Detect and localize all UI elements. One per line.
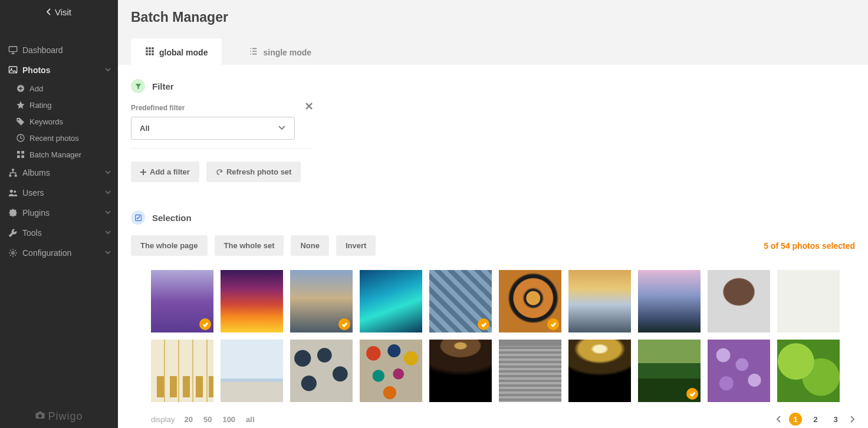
sidebar-menu: DashboardPhotosAddRatingKeywordsRecent p… — [0, 24, 118, 404]
svg-rect-10 — [12, 169, 14, 170]
svg-rect-16 — [146, 47, 147, 49]
sidebar-item-users[interactable]: Users — [0, 183, 118, 203]
sidebar-subitem-recent-photos[interactable]: Recent photos — [8, 130, 118, 146]
thumbnail[interactable] — [429, 340, 492, 402]
chevron-down-icon — [105, 229, 111, 237]
svg-rect-18 — [152, 47, 153, 49]
clock-icon — [15, 133, 26, 143]
thumbnail[interactable] — [638, 270, 701, 332]
visit-link[interactable]: Visit — [0, 0, 118, 24]
filter-icon — [131, 79, 145, 93]
thumbnail[interactable] — [360, 270, 422, 332]
thumbnail[interactable] — [568, 270, 631, 332]
thumbnail[interactable] — [290, 270, 353, 332]
thumbnail[interactable] — [360, 340, 422, 402]
page-3[interactable]: 3 — [829, 413, 842, 426]
svg-point-13 — [10, 190, 13, 193]
sidebar-item-photos[interactable]: Photos — [0, 60, 118, 80]
sidebar: Visit DashboardPhotosAddRatingKeywordsRe… — [0, 0, 118, 428]
page-next[interactable] — [849, 416, 855, 423]
thumbnail[interactable] — [777, 340, 840, 402]
brand-name: Piwigo — [48, 410, 83, 423]
close-icon — [305, 103, 313, 110]
thumbnail[interactable] — [708, 340, 770, 402]
sidebar-item-plugins[interactable]: Plugins — [0, 203, 118, 223]
plus-icon — [140, 169, 146, 175]
select-invert-button[interactable]: Invert — [336, 235, 376, 256]
thumbnail[interactable] — [429, 270, 492, 332]
display-option-100[interactable]: 100 — [222, 415, 235, 424]
sidebar-item-configuration[interactable]: Configuration — [0, 243, 118, 263]
svg-point-4 — [18, 119, 19, 120]
tab-bar: global modesingle mode — [118, 38, 868, 65]
display-option-20[interactable]: 20 — [184, 415, 192, 424]
page-2[interactable]: 2 — [809, 413, 822, 426]
selected-check-icon — [478, 318, 489, 330]
puzzle-icon — [7, 208, 19, 218]
thumbnail[interactable] — [221, 270, 283, 332]
select-the-whole-page-button[interactable]: The whole page — [131, 235, 208, 256]
page-1[interactable]: 1 — [789, 413, 802, 426]
pagination: 123 — [776, 413, 855, 426]
thumbnail-grid — [131, 270, 855, 402]
list-icon — [249, 47, 258, 58]
gear-icon — [7, 248, 19, 258]
display-option-all[interactable]: all — [246, 415, 254, 424]
page-title: Batch Manager — [118, 0, 868, 38]
chevron-down-icon — [105, 209, 111, 217]
star-icon — [15, 100, 26, 110]
chevron-down-icon — [105, 169, 111, 177]
thumbnail[interactable] — [499, 340, 561, 402]
thumbnail[interactable] — [221, 340, 283, 402]
list-footer: display 2050100all 123 — [131, 413, 855, 426]
selection-title: Selection — [152, 213, 192, 223]
svg-rect-0 — [9, 47, 17, 52]
svg-rect-20 — [149, 50, 150, 52]
visit-label: Visit — [55, 7, 71, 17]
sidebar-subitem-rating[interactable]: Rating — [8, 97, 118, 113]
image-icon — [7, 65, 19, 75]
sidebar-subitem-batch-manager[interactable]: Batch Manager — [8, 146, 118, 163]
svg-rect-24 — [152, 53, 153, 55]
thumbnail[interactable] — [151, 340, 213, 402]
thumbnail[interactable] — [777, 270, 840, 332]
sidebar-subitem-add[interactable]: Add — [8, 80, 118, 97]
chevron-down-icon — [105, 66, 111, 74]
chevron-down-icon — [105, 249, 111, 257]
sidebar-item-tools[interactable]: Tools — [0, 223, 118, 243]
select-the-whole-set-button[interactable]: The whole set — [215, 235, 284, 256]
sidebar-item-albums[interactable]: Albums — [0, 163, 118, 183]
thumbnail[interactable] — [290, 340, 353, 402]
thumbnail[interactable] — [151, 270, 213, 332]
thumbnail[interactable] — [708, 270, 770, 332]
predefined-filter-select[interactable]: All — [131, 117, 295, 140]
selected-check-icon — [199, 318, 211, 330]
refresh-icon — [216, 169, 223, 176]
svg-rect-21 — [152, 50, 153, 52]
grid-icon — [145, 47, 154, 58]
predefined-filter-value: All — [140, 124, 150, 133]
sidebar-item-dashboard[interactable]: Dashboard — [0, 40, 118, 60]
display-option-50[interactable]: 50 — [203, 415, 212, 424]
thumbnail[interactable] — [638, 340, 701, 402]
refresh-photoset-button[interactable]: Refresh photo set — [206, 162, 301, 182]
main-area: Batch Manager global modesingle mode Fil… — [118, 0, 868, 428]
thumbnail[interactable] — [568, 340, 631, 402]
add-filter-button[interactable]: Add a filter — [131, 162, 199, 182]
select-none-button[interactable]: None — [291, 235, 329, 256]
sidebar-subitem-keywords[interactable]: Keywords — [8, 113, 118, 130]
svg-rect-22 — [146, 53, 147, 55]
selected-check-icon — [686, 388, 698, 400]
tags-icon — [15, 117, 26, 126]
tab-single-mode[interactable]: single mode — [235, 38, 326, 65]
chevron-left-icon — [47, 8, 51, 15]
content: Filter Predefined filter All Add a filte… — [118, 65, 868, 428]
thumbnail[interactable] — [499, 270, 561, 332]
tab-global-mode[interactable]: global mode — [131, 38, 222, 65]
wrench-icon — [7, 228, 19, 238]
svg-rect-11 — [9, 175, 11, 176]
filter-head: Filter — [131, 79, 855, 93]
page-prev[interactable] — [776, 416, 782, 423]
remove-filter-button[interactable] — [305, 101, 313, 112]
selection-buttons: The whole pageThe whole setNoneInvert5 o… — [131, 235, 855, 256]
